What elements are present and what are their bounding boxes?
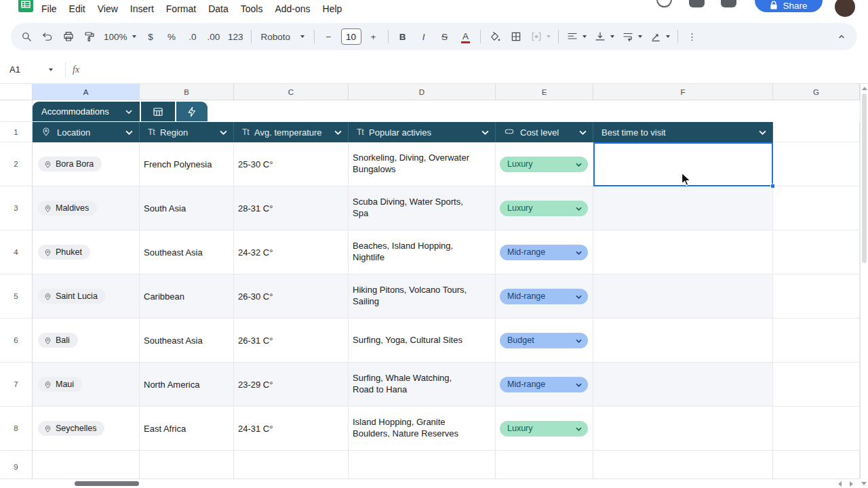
cell-region[interactable]: Caribbean [140,274,234,319]
cell-temperature[interactable]: 24-31 C° [234,407,349,451]
cell-region[interactable]: Southeast Asia [140,319,234,363]
chevron-down-icon[interactable] [579,130,587,135]
cell-region[interactable]: French Polynesia [140,142,234,186]
name-box[interactable]: A1 [0,64,58,75]
cell-best-time[interactable] [593,363,773,407]
column-header-f[interactable]: F [593,84,773,100]
text-rotation-button[interactable] [646,26,673,47]
cost-level-dropdown[interactable]: Luxury [500,421,588,436]
vertical-scrollbar-thumb[interactable] [862,94,867,263]
cell-region[interactable]: North America [140,363,234,407]
cell-temperature[interactable]: 25-30 C° [234,142,349,186]
cell-activities[interactable]: Snorkeling, Diving, Overwater Bungalows [349,142,496,186]
row-number-3[interactable]: 3 [0,186,33,230]
cost-level-dropdown[interactable]: Mid-range [500,245,588,260]
decrease-font-size-button[interactable]: − [319,26,339,47]
cell-location[interactable]: Maldives [33,186,140,230]
cell-location[interactable]: Maui [33,363,140,407]
table-magic-button[interactable] [176,102,208,121]
cell-cost-level[interactable]: Luxury [496,142,593,186]
scroll-down-arrow[interactable] [861,482,867,485]
row-number-6[interactable]: 6 [0,319,33,363]
location-chip[interactable]: Bali [38,333,78,348]
cell-region[interactable]: Southeast Asia [140,230,234,274]
collapse-toolbar-button[interactable] [831,26,852,47]
cell-best-time[interactable] [593,186,773,230]
more-button[interactable]: ⋮ [682,26,703,47]
location-chip[interactable]: Phuket [38,245,90,260]
cell-region[interactable]: East Africa [140,407,234,451]
comments-icon[interactable] [689,0,705,7]
print-button[interactable] [58,26,79,47]
cell-outside-table[interactable] [773,142,860,186]
meet-icon[interactable] [721,0,736,7]
location-chip[interactable]: Bora Bora [38,157,102,171]
menu-item-view[interactable]: View [92,1,124,17]
format-percent-button[interactable]: % [161,26,182,47]
horizontal-align-button[interactable] [563,26,590,47]
cell-temperature[interactable]: 26-31 C° [234,319,349,363]
cell-outside-table[interactable] [773,122,860,142]
scroll-right-arrow[interactable] [850,481,853,487]
chevron-down-icon[interactable] [759,130,766,135]
table-view-button[interactable] [141,102,175,121]
location-chip[interactable]: Maldives [38,201,97,216]
decrease-decimal-button[interactable]: .0 [182,26,203,47]
cell-activities[interactable]: Surfing, Whale Watching, Road to Hana [349,363,496,407]
column-header-a[interactable]: A [33,84,140,100]
menu-item-file[interactable]: File [35,1,63,17]
menu-item-format[interactable]: Format [160,1,202,17]
cell-cost-level[interactable]: Mid-range [496,274,593,319]
select-all-corner[interactable] [0,84,33,100]
scroll-up-arrow[interactable] [862,87,867,90]
column-header-d[interactable]: D [349,84,496,100]
cell-cost-level[interactable]: Budget [496,319,593,363]
scroll-left-arrow[interactable] [838,481,842,487]
table-header-popular-activies[interactable]: TtPopular activies [349,122,496,142]
table-name-tab[interactable]: Accommodations [33,102,140,121]
cell-outside-table[interactable] [773,363,860,407]
search-button[interactable] [16,26,37,47]
text-wrap-button[interactable] [618,26,646,47]
cell-cost-level[interactable]: Luxury [496,407,593,451]
vertical-align-button[interactable] [591,26,618,47]
chevron-down-icon[interactable] [125,130,133,135]
table-header-region[interactable]: TtRegion [140,122,234,142]
menu-item-help[interactable]: Help [317,1,349,17]
cell-location[interactable]: Seychelles [33,407,140,451]
table-header-cost-level[interactable]: Cost level [496,122,593,142]
column-header-b[interactable]: B [140,84,234,100]
strikethrough-button[interactable]: S [435,26,455,47]
horizontal-scrollbar[interactable] [0,479,860,488]
cell-cost-level[interactable]: Mid-range [496,363,593,407]
cost-level-dropdown[interactable]: Budget [500,333,588,348]
cell-best-time[interactable] [593,274,773,319]
cell-location[interactable]: Phuket [33,230,140,274]
menu-item-insert[interactable]: Insert [124,1,160,17]
table-header-location[interactable]: Location [33,122,140,142]
menu-item-tools[interactable]: Tools [235,1,269,17]
italic-button[interactable]: I [414,26,434,47]
share-button[interactable]: Share [755,0,823,12]
menu-item-data[interactable]: Data [202,1,235,17]
cell-activities[interactable]: Hiking Pitons, Volcano Tours, Sailing [349,274,496,319]
vertical-scrollbar[interactable] [860,84,868,479]
cell-cost-level[interactable]: Mid-range [496,230,593,274]
avatar[interactable] [835,0,855,17]
chevron-down-icon[interactable] [334,130,342,135]
location-chip[interactable]: Maui [38,377,82,392]
fill-color-button[interactable] [485,26,505,47]
cell-outside-table[interactable] [773,230,860,274]
chevron-down-icon[interactable] [481,130,489,135]
row-number-5[interactable]: 5 [0,274,33,319]
format-currency-button[interactable]: $ [140,26,161,47]
text-color-button[interactable]: A [456,26,476,47]
sheets-logo-icon[interactable] [18,0,33,15]
cell-cost-level[interactable]: Luxury [496,186,593,230]
cell-best-time[interactable] [593,319,773,363]
chevron-down-icon[interactable] [220,130,227,135]
cell-temperature[interactable]: 28-31 C° [234,186,349,230]
increase-font-size-button[interactable]: + [363,26,384,47]
row-number-4[interactable]: 4 [0,230,33,274]
cell-best-time[interactable] [593,407,773,451]
